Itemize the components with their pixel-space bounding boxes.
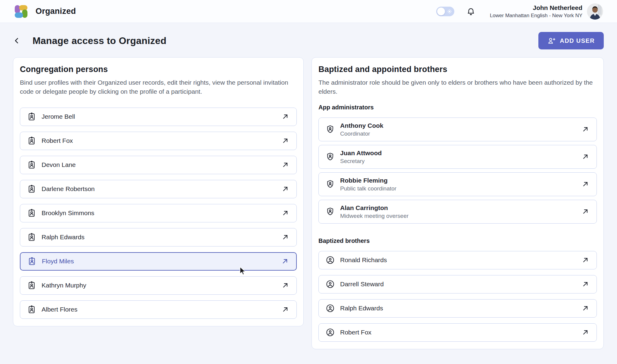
person-role: Public talk coordinator bbox=[340, 185, 396, 192]
section-row-list: Ronald Richards Darrell Steward Ralph Ed… bbox=[318, 251, 597, 342]
back-button[interactable] bbox=[13, 34, 24, 47]
id-badge-icon bbox=[27, 184, 36, 194]
person-name: Robert Fox bbox=[42, 137, 73, 145]
person-circle-icon bbox=[325, 279, 335, 289]
arrow-up-right-icon bbox=[281, 209, 289, 217]
user-name: John Netherleed bbox=[490, 4, 582, 12]
person-row[interactable]: Alan Carrington Midweek meeting overseer bbox=[318, 200, 597, 224]
person-name: Devon Lane bbox=[42, 161, 76, 169]
person-name: Floyd Miles bbox=[42, 257, 74, 265]
user-menu[interactable]: John Netherleed Lower Manhattan English … bbox=[490, 3, 603, 20]
id-badge-icon bbox=[27, 256, 37, 266]
arrow-up-right-icon bbox=[281, 281, 289, 289]
arrow-up-right-icon bbox=[581, 125, 589, 133]
bell-icon bbox=[466, 7, 475, 16]
right-card-title: Baptized and appointed brothers bbox=[318, 65, 597, 74]
person-name: Kathryn Murphy bbox=[42, 281, 86, 289]
user-text: John Netherleed Lower Manhattan English … bbox=[490, 4, 582, 18]
app-name: Organized bbox=[36, 7, 76, 16]
arrow-up-right-icon bbox=[581, 208, 589, 215]
chevron-left-icon bbox=[13, 36, 21, 45]
arrow-up-right-icon bbox=[581, 180, 589, 188]
person-circle-icon bbox=[325, 303, 335, 313]
id-badge-icon bbox=[27, 136, 36, 146]
person-name: Albert Flores bbox=[42, 306, 77, 313]
person-name: Robert Fox bbox=[340, 328, 371, 336]
shield-person-icon bbox=[325, 207, 335, 216]
brand: Organized bbox=[13, 4, 76, 19]
sun-icon bbox=[447, 9, 452, 14]
main-content: Manage access to Organized ADD USER Cong… bbox=[0, 32, 617, 349]
person-row[interactable]: Floyd Miles bbox=[20, 252, 297, 271]
baptized-brothers-card: Baptized and appointed brothers The admi… bbox=[312, 57, 604, 349]
title-row: Manage access to Organized ADD USER bbox=[13, 32, 604, 49]
person-role: Midweek meeting overseer bbox=[340, 213, 409, 219]
theme-toggle[interactable] bbox=[436, 7, 454, 16]
person-name: Ralph Edwards bbox=[42, 233, 84, 241]
person-row[interactable]: Robert Fox bbox=[20, 132, 297, 150]
id-badge-icon bbox=[27, 160, 36, 170]
avatar[interactable] bbox=[587, 3, 603, 20]
person-row[interactable]: Anthony Cook Coordinator bbox=[318, 118, 597, 141]
person-row[interactable]: Robbie Fleming Public talk coordinator bbox=[318, 172, 597, 196]
person-name: Juan Attwood bbox=[340, 149, 382, 157]
person-row[interactable]: Ronald Richards bbox=[318, 251, 597, 269]
add-user-button[interactable]: ADD USER bbox=[538, 32, 604, 49]
person-name: Brooklyn Simmons bbox=[42, 209, 94, 217]
shield-person-icon bbox=[325, 179, 335, 189]
person-row[interactable]: Jerome Bell bbox=[20, 108, 297, 126]
person-role: Coordinator bbox=[340, 130, 383, 137]
organized-logo-icon bbox=[13, 4, 29, 19]
arrow-up-right-icon bbox=[281, 233, 289, 241]
person-name: Anthony Cook bbox=[340, 122, 383, 130]
arrow-up-right-icon bbox=[281, 161, 289, 169]
person-row[interactable]: Albert Flores bbox=[20, 300, 297, 319]
arrow-up-right-icon bbox=[581, 328, 589, 336]
person-name: Darlene Robertson bbox=[42, 185, 95, 193]
person-row[interactable]: Ralph Edwards bbox=[318, 299, 597, 318]
congregation-persons-list: Jerome Bell Robert Fox Devon Lane bbox=[20, 108, 297, 319]
page-title: Manage access to Organized bbox=[33, 35, 166, 46]
id-badge-icon bbox=[27, 281, 36, 290]
user-photo-avatar bbox=[587, 3, 603, 20]
id-badge-icon bbox=[27, 232, 36, 242]
arrow-up-right-icon bbox=[281, 306, 289, 313]
person-role: Secretary bbox=[340, 158, 382, 165]
person-name: Darrell Steward bbox=[340, 280, 384, 288]
person-row[interactable]: Kathryn Murphy bbox=[20, 276, 297, 295]
person-row[interactable]: Ralph Edwards bbox=[20, 228, 297, 246]
section-row-list: Anthony Cook Coordinator Juan Attwood Se… bbox=[318, 118, 597, 224]
person-row[interactable]: Brooklyn Simmons bbox=[20, 204, 297, 222]
person-row[interactable]: Darlene Robertson bbox=[20, 180, 297, 198]
arrow-up-right-icon bbox=[581, 256, 589, 264]
person-name: Ralph Edwards bbox=[340, 304, 383, 312]
person-row[interactable]: Darrell Steward bbox=[318, 275, 597, 293]
person-plus-icon bbox=[547, 37, 556, 45]
person-name: Robbie Fleming bbox=[340, 177, 396, 184]
arrow-up-right-icon bbox=[581, 153, 589, 161]
arrow-up-right-icon bbox=[581, 280, 589, 288]
shield-person-icon bbox=[325, 152, 335, 162]
person-name: Alan Carrington bbox=[340, 204, 409, 212]
person-row[interactable]: Devon Lane bbox=[20, 156, 297, 174]
left-card-description: Bind user profiles with their Organized … bbox=[20, 78, 297, 96]
person-name: Ronald Richards bbox=[340, 256, 387, 264]
right-card-description: The administrator role should be given o… bbox=[318, 78, 597, 96]
left-card-title: Congregation persons bbox=[20, 65, 297, 74]
right-card-sections: App administrators Anthony Cook Coordina… bbox=[318, 104, 597, 342]
id-badge-icon bbox=[27, 112, 36, 121]
user-congregation: Lower Manhattan English - New York NY bbox=[490, 13, 582, 19]
arrow-up-right-icon bbox=[581, 304, 589, 312]
arrow-up-right-icon bbox=[281, 185, 289, 193]
arrow-up-right-icon bbox=[281, 257, 289, 265]
arrow-up-right-icon bbox=[281, 113, 289, 121]
person-circle-icon bbox=[325, 255, 335, 265]
id-badge-icon bbox=[27, 208, 36, 218]
top-bar: Organized John Netherleed Lower Manhatta… bbox=[0, 0, 617, 23]
arrow-up-right-icon bbox=[281, 137, 289, 145]
person-name: Jerome Bell bbox=[42, 113, 75, 121]
person-row[interactable]: Juan Attwood Secretary bbox=[318, 145, 597, 169]
notifications-button[interactable] bbox=[466, 6, 476, 17]
person-row[interactable]: Robert Fox bbox=[318, 323, 597, 342]
toggle-knob bbox=[437, 8, 445, 15]
